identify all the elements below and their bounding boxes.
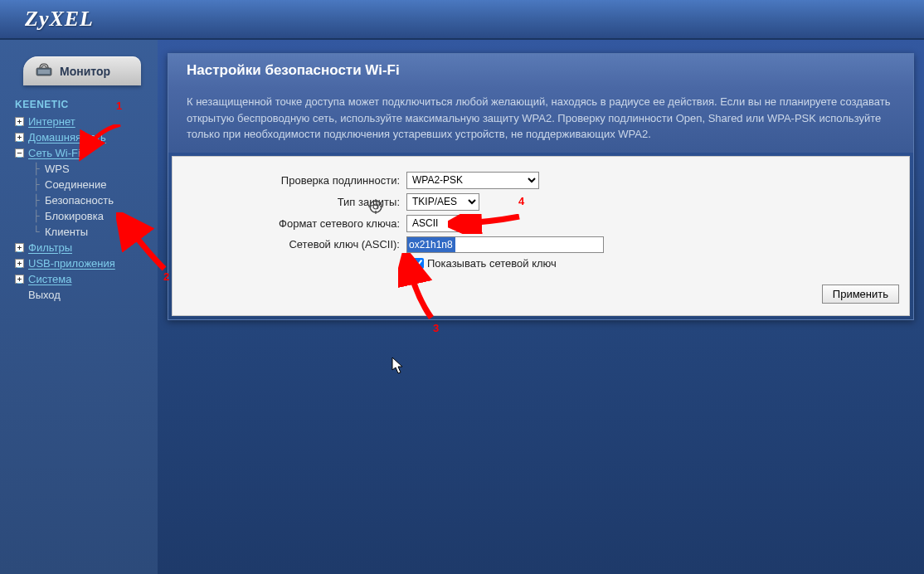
nav-item-usb[interactable]: + USB-приложения	[15, 255, 158, 271]
auth-select[interactable]: WPA2-PSK	[406, 172, 539, 189]
nav-tree: KEENETIC + Интернет + Домашняя сеть – Се…	[0, 99, 158, 303]
nav-sub-block[interactable]: ├Блокировка	[33, 208, 158, 224]
main-panel-area: Настройки безопасности Wi-Fi К незащищен…	[158, 40, 924, 574]
expand-icon[interactable]: +	[15, 133, 24, 142]
collapse-icon[interactable]: –	[15, 148, 24, 158]
logo: ZyXEL	[25, 7, 94, 32]
monitor-label: Монитор	[60, 65, 110, 78]
nav-item-exit[interactable]: Выход	[28, 287, 158, 303]
expand-icon[interactable]: +	[15, 117, 24, 126]
monitor-icon	[35, 63, 53, 79]
key-label: Сетевой ключ (ASCII):	[182, 238, 406, 251]
auth-label: Проверка подлинности:	[182, 174, 406, 187]
protection-label: Тип защиты:	[182, 196, 406, 208]
key-format-select[interactable]: ASCII	[406, 215, 460, 232]
expand-icon[interactable]: +	[15, 259, 24, 268]
header: ZyXEL	[0, 0, 924, 40]
protection-select[interactable]: TKIP/AES	[406, 193, 479, 211]
panel-title: Настройки безопасности Wi-Fi	[168, 54, 913, 87]
nav-sub-clients[interactable]: └Клиенты	[33, 224, 158, 240]
settings-panel: Настройки безопасности Wi-Fi К незащищен…	[168, 53, 914, 320]
svg-rect-1	[38, 70, 50, 74]
show-key-label: Показывать сетевой ключ	[427, 257, 557, 270]
nav-item-system[interactable]: + Система	[15, 271, 158, 287]
key-format-label: Формат сетевого ключа:	[182, 217, 406, 230]
monitor-tab[interactable]: Монитор	[23, 56, 141, 85]
expand-icon[interactable]: +	[15, 243, 24, 252]
nav-sub-security[interactable]: ├Безопасность	[33, 192, 158, 208]
sidebar: Монитор KEENETIC + Интернет + Домашняя с…	[0, 40, 158, 574]
nav-root: KEENETIC	[15, 99, 158, 110]
network-key-input[interactable]	[406, 236, 604, 253]
nav-item-wifi[interactable]: – Сеть Wi-Fi	[15, 145, 158, 161]
nav-item-internet[interactable]: + Интернет	[15, 114, 158, 129]
apply-button[interactable]: Применить	[822, 285, 899, 304]
nav-sub-connection[interactable]: ├Соединение	[33, 177, 158, 192]
content-area: Монитор KEENETIC + Интернет + Домашняя с…	[0, 40, 924, 574]
nav-sub-wps[interactable]: ├WPS	[33, 161, 158, 177]
nav-item-filters[interactable]: + Фильтры	[15, 240, 158, 255]
expand-icon[interactable]: +	[15, 275, 24, 284]
nav-item-home-net[interactable]: + Домашняя сеть	[15, 129, 158, 145]
show-key-checkbox[interactable]	[413, 258, 424, 269]
panel-description: К незащищенной точке доступа может подкл…	[168, 87, 913, 153]
panel-body: Проверка подлинности: WPA2-PSK Тип защит…	[172, 156, 910, 316]
